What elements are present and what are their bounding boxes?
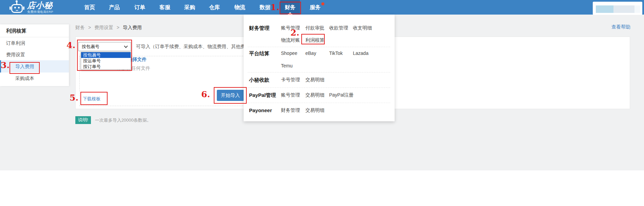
menu-item-paypal-register[interactable]: PayPal注册 — [329, 92, 354, 98]
menu-group-payoneer: Payoneer — [249, 107, 272, 113]
menu-item-profit-accounting[interactable]: 利润核算 — [305, 37, 324, 43]
download-template-link[interactable]: 下载模板 — [83, 96, 100, 102]
notification-dot — [321, 2, 324, 5]
menu-item-receipt-mgmt[interactable]: 收款管理 — [329, 25, 348, 31]
menu-item-payoneer-transaction[interactable]: 交易明细 — [305, 107, 324, 114]
logo[interactable]: 店小秘 免费跨境电商ERP — [10, 0, 53, 15]
breadcrumb-finance[interactable]: 财务 — [75, 25, 85, 30]
menu-item-transaction-detail[interactable]: 交易明细 — [305, 77, 324, 83]
menu-item-tiktok[interactable]: TikTok — [329, 50, 343, 56]
menu-item-payment-approval[interactable]: 付款审批 — [305, 25, 324, 31]
menu-item-ebay[interactable]: eBay — [305, 50, 316, 56]
menu-item-shopee[interactable]: Shopee — [281, 50, 297, 56]
menu-item-income-expense[interactable]: 收支明细 — [353, 25, 372, 31]
import-type-value: 按包裹号 — [82, 44, 99, 49]
option-by-package[interactable]: 按包裹号 — [81, 52, 131, 58]
import-hint-text: 可导入（订单手续费、采购成本、物流费用、其他费用） — [136, 44, 255, 50]
menu-group-paypal-mgmt: PayPal管理 — [249, 92, 276, 99]
nav-item-data[interactable]: 数据 — [255, 0, 275, 15]
menu-group-platform-settlement: 平台结算 — [249, 50, 269, 57]
sidebar-item-import-fees[interactable]: 导入费用 — [0, 60, 69, 73]
nav-item-logistics[interactable]: 物流 — [230, 0, 250, 15]
menu-item-account-mgmt[interactable]: 账号管理 — [281, 25, 300, 31]
menu-item-payoneer-finance[interactable]: 财务管理 — [281, 107, 300, 114]
view-help-link[interactable]: 查看帮助 — [611, 24, 630, 30]
option-by-order[interactable]: 按订单号 — [81, 64, 131, 69]
menu-divider — [248, 87, 390, 88]
nav-item-orders[interactable]: 订单 — [130, 0, 150, 15]
user-name-placeholder — [613, 5, 634, 13]
dropdown-arrow-icon — [288, 12, 292, 15]
menu-item-logistics-recon[interactable]: 物流对账 — [281, 37, 300, 43]
chevron-down-icon — [124, 44, 128, 48]
user-menu-placeholder — [634, 5, 640, 13]
menu-item-paypal-account[interactable]: 账号管理 — [281, 92, 300, 98]
breadcrumb-separator: > — [88, 25, 91, 30]
screen: 店小秘 免费跨境电商ERP 首页 产品 订单 客服 采购 仓库 物流 数据 财务… — [0, 0, 644, 206]
import-type-options: 按包裹号 按运单号 按订单号 — [81, 52, 131, 70]
sidebar-item-fee-settings[interactable]: 费用设置 — [0, 49, 69, 60]
menu-group-finance-mgmt: 财务管理 — [249, 25, 269, 32]
menu-item-card-mgmt[interactable]: 卡号管理 — [281, 77, 300, 83]
breadcrumb-fee-settings[interactable]: 费用设置 — [94, 25, 113, 30]
note-badge: 说明! — [75, 116, 91, 124]
nav-item-purchase[interactable]: 采购 — [180, 0, 200, 15]
menu-group-xiaomi-collection: 小秘收款 — [249, 77, 269, 83]
menu-divider — [248, 103, 390, 103]
breadcrumb-separator: > — [117, 25, 119, 30]
logo-robot-icon — [10, 1, 24, 14]
note-text: 一次最多导入20000条数据。 — [95, 117, 151, 123]
breadcrumb-current: 导入费用 — [123, 25, 142, 30]
logo-title: 店小秘 — [27, 1, 53, 9]
sidebar: 利润核算 订单利润 费用设置 导入费用 采购成本 — [0, 24, 69, 86]
nav-item-products[interactable]: 产品 — [105, 0, 124, 15]
sidebar-item-order-profit[interactable]: 订单利润 — [0, 37, 69, 49]
sidebar-title: 利润核算 — [0, 24, 69, 37]
menu-item-paypal-transaction[interactable]: 交易明细 — [305, 92, 324, 98]
breadcrumb: 财务 > 费用设置 > 导入费用 — [75, 25, 142, 31]
user-account-area[interactable] — [593, 2, 642, 15]
start-import-button[interactable]: 开始导入 — [217, 90, 244, 101]
sidebar-item-purchase-cost[interactable]: 采购成本 — [0, 73, 69, 84]
menu-item-temu[interactable]: Temu — [281, 63, 292, 68]
option-by-tracking[interactable]: 按运单号 — [81, 58, 131, 64]
user-avatar-placeholder — [596, 5, 613, 13]
nav-item-warehouse[interactable]: 仓库 — [205, 0, 224, 15]
menu-item-lazada[interactable]: Lazada — [353, 50, 368, 56]
logo-subtitle: 免费跨境电商ERP — [27, 11, 53, 14]
menu-divider — [248, 72, 390, 73]
menu-divider — [248, 47, 390, 47]
nav-item-home[interactable]: 首页 — [80, 0, 99, 15]
note-row: 说明! 一次最多导入20000条数据。 — [75, 116, 151, 124]
finance-dropdown-menu: 财务管理 账号管理 付款审批 收款管理 收支明细 物流对账 利润核算 平台结算 … — [244, 15, 395, 121]
nav-item-service[interactable]: 客服 — [155, 0, 175, 15]
import-type-select[interactable]: 按包裹号 — [78, 42, 131, 51]
